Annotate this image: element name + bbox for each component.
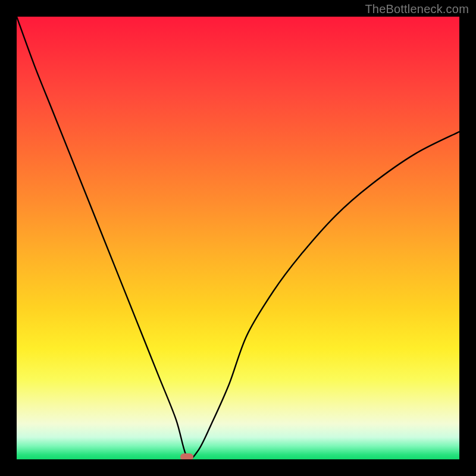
bottleneck-curve — [17, 17, 459, 459]
chart-frame: TheBottleneck.com — [0, 0, 476, 476]
watermark-text: TheBottleneck.com — [365, 2, 469, 16]
plot-area — [17, 17, 459, 459]
optimal-point-marker — [180, 453, 193, 459]
